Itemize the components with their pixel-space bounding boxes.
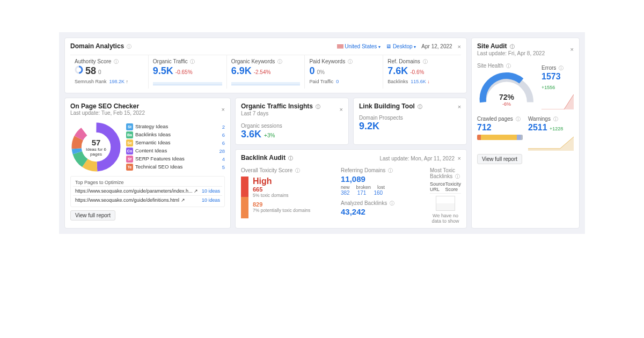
ideas-link[interactable]: 10 ideas bbox=[202, 188, 220, 194]
site-audit-card: Site Audit ⓘ Last update: Fri, Apr 8, 20… bbox=[471, 38, 580, 229]
errors-trend-chart bbox=[541, 93, 574, 109]
paid-keywords-cell: Paid Keywords ⓘ 00% Paid Traffic 0 bbox=[305, 55, 383, 89]
domain-analytics-title: Domain Analytics bbox=[70, 42, 124, 50]
date-display: Apr 12, 2022 bbox=[421, 43, 452, 49]
organic-traffic-cell: Organic Traffic ⓘ 9.5K-0.65% bbox=[149, 55, 227, 89]
legend-item: SfSERP Features Ideas4 bbox=[126, 155, 225, 163]
view-full-report-button[interactable]: View full report bbox=[477, 154, 522, 164]
legend-icon: Co bbox=[126, 148, 133, 155]
domain-prospects-value: 9.2K bbox=[359, 121, 461, 132]
legend-icon: Te bbox=[126, 164, 133, 171]
device-filter[interactable]: 🖥 Desktop ▾ bbox=[386, 43, 416, 49]
empty-table-icon bbox=[436, 196, 455, 211]
toxicity-level: High bbox=[253, 177, 310, 186]
top-pages-title: Top Pages to Optimize bbox=[73, 179, 222, 186]
domain-prospects-label: Domain Prospects bbox=[359, 115, 461, 121]
organic-keywords-cell: Organic Keywords ⓘ 6.9K-2.54% bbox=[227, 55, 305, 89]
link-building-card: Link Building Tool ⓘ × Domain Prospects … bbox=[353, 98, 467, 145]
country-filter[interactable]: United States ▾ bbox=[337, 43, 380, 49]
onpage-title: On Page SEO Checker bbox=[70, 102, 145, 110]
legend-item: BaBacklinks Ideas6 bbox=[126, 131, 225, 139]
top-page-row: https://www.seoquake.com/guide/definitio… bbox=[73, 195, 222, 204]
ideas-link[interactable]: 10 ideas bbox=[202, 197, 220, 203]
sparkline-chart bbox=[153, 78, 222, 85]
view-full-report-button[interactable]: View full report bbox=[70, 210, 115, 221]
toxicity-bar-potential bbox=[241, 197, 248, 218]
close-icon[interactable]: × bbox=[570, 46, 574, 53]
onpage-legend: StStrategy Ideas2 BaBacklinks Ideas6 SeS… bbox=[126, 123, 225, 171]
no-data-message: We have no data to show bbox=[430, 213, 461, 224]
ring-icon bbox=[75, 65, 83, 74]
toxicity-bar-high bbox=[241, 177, 248, 197]
legend-item: SeSemantic Ideas6 bbox=[126, 139, 225, 147]
authority-score-cell: Authority Score ⓘ 580 Semrush Rank 198.2… bbox=[70, 55, 149, 89]
organic-insights-card: Organic Traffic Insights ⓘ Last 7 days ×… bbox=[235, 98, 349, 145]
chevron-down-icon: ▾ bbox=[378, 45, 380, 49]
close-icon[interactable]: × bbox=[458, 43, 461, 50]
top-page-row: https://www.seoquake.com/guide/parameter… bbox=[73, 186, 222, 195]
organic-sessions-label: Organic sessions bbox=[241, 123, 343, 129]
sparkline-chart bbox=[231, 78, 301, 85]
close-icon[interactable]: × bbox=[458, 155, 461, 161]
backlink-audit-card: Backlink Audit ⓘ Last update: Mon, Apr 1… bbox=[235, 149, 467, 229]
close-icon[interactable]: × bbox=[340, 106, 343, 113]
crawled-segbar bbox=[477, 135, 523, 140]
legend-item: TeTechnical SEO Ideas5 bbox=[126, 163, 225, 171]
close-icon[interactable]: × bbox=[458, 104, 461, 110]
onpage-last-update: Last update: Tue, Feb 15, 2022 bbox=[70, 110, 145, 116]
info-icon: ⓘ bbox=[127, 44, 131, 49]
legend-icon: Ba bbox=[126, 131, 133, 138]
legend-icon: Se bbox=[126, 139, 133, 146]
legend-item: CoContent Ideas28 bbox=[126, 147, 225, 155]
legend-icon: St bbox=[126, 123, 133, 130]
onpage-seo-card: On Page SEO Checker Last update: Tue, Fe… bbox=[64, 98, 231, 229]
ref-domains-cell: Ref. Domains ⓘ 7.6K-0.6% Backlinks 115.6… bbox=[383, 55, 461, 89]
site-health-gauge: 72%-6% bbox=[477, 70, 536, 107]
external-link-icon[interactable]: ↗ bbox=[194, 188, 198, 194]
flag-icon bbox=[337, 45, 343, 49]
warnings-trend-chart bbox=[528, 135, 574, 151]
chevron-down-icon: ▾ bbox=[414, 45, 416, 49]
external-link-icon[interactable]: ↗ bbox=[181, 197, 185, 203]
legend-item: StStrategy Ideas2 bbox=[126, 123, 225, 131]
legend-icon: Sf bbox=[126, 156, 133, 163]
close-icon[interactable]: × bbox=[222, 106, 225, 113]
domain-analytics-card: Domain Analytics ⓘ United States ▾ 🖥 Des… bbox=[64, 38, 467, 93]
donut-chart: 57Ideas for 6 pages bbox=[70, 121, 122, 173]
